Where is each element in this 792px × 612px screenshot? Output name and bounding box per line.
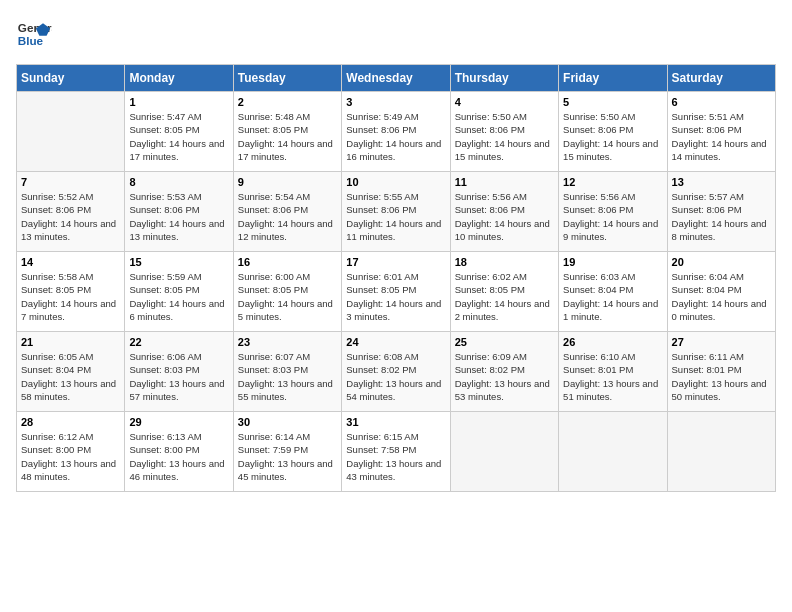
calendar-cell: 31 Sunrise: 6:15 AM Sunset: 7:58 PM Dayl… — [342, 412, 450, 492]
day-info: Sunrise: 5:58 AM Sunset: 8:05 PM Dayligh… — [21, 270, 120, 323]
day-info: Sunrise: 6:06 AM Sunset: 8:03 PM Dayligh… — [129, 350, 228, 403]
day-number: 26 — [563, 336, 662, 348]
logo-icon: General Blue — [16, 16, 52, 52]
day-info: Sunrise: 5:51 AM Sunset: 8:06 PM Dayligh… — [672, 110, 771, 163]
day-info: Sunrise: 5:48 AM Sunset: 8:05 PM Dayligh… — [238, 110, 337, 163]
calendar-cell: 2 Sunrise: 5:48 AM Sunset: 8:05 PM Dayli… — [233, 92, 341, 172]
day-info: Sunrise: 5:56 AM Sunset: 8:06 PM Dayligh… — [455, 190, 554, 243]
day-number: 22 — [129, 336, 228, 348]
calendar-cell: 21 Sunrise: 6:05 AM Sunset: 8:04 PM Dayl… — [17, 332, 125, 412]
calendar-cell: 8 Sunrise: 5:53 AM Sunset: 8:06 PM Dayli… — [125, 172, 233, 252]
calendar-cell: 10 Sunrise: 5:55 AM Sunset: 8:06 PM Dayl… — [342, 172, 450, 252]
day-number: 7 — [21, 176, 120, 188]
day-info: Sunrise: 6:03 AM Sunset: 8:04 PM Dayligh… — [563, 270, 662, 323]
day-info: Sunrise: 6:00 AM Sunset: 8:05 PM Dayligh… — [238, 270, 337, 323]
calendar-cell: 18 Sunrise: 6:02 AM Sunset: 8:05 PM Dayl… — [450, 252, 558, 332]
day-number: 19 — [563, 256, 662, 268]
day-info: Sunrise: 6:11 AM Sunset: 8:01 PM Dayligh… — [672, 350, 771, 403]
day-info: Sunrise: 5:50 AM Sunset: 8:06 PM Dayligh… — [455, 110, 554, 163]
day-header-sunday: Sunday — [17, 65, 125, 92]
day-info: Sunrise: 5:50 AM Sunset: 8:06 PM Dayligh… — [563, 110, 662, 163]
calendar-cell: 20 Sunrise: 6:04 AM Sunset: 8:04 PM Dayl… — [667, 252, 775, 332]
day-info: Sunrise: 5:54 AM Sunset: 8:06 PM Dayligh… — [238, 190, 337, 243]
day-number: 21 — [21, 336, 120, 348]
day-number: 30 — [238, 416, 337, 428]
logo: General Blue — [16, 16, 52, 52]
day-number: 3 — [346, 96, 445, 108]
day-info: Sunrise: 6:07 AM Sunset: 8:03 PM Dayligh… — [238, 350, 337, 403]
calendar-cell — [667, 412, 775, 492]
calendar-cell: 9 Sunrise: 5:54 AM Sunset: 8:06 PM Dayli… — [233, 172, 341, 252]
day-info: Sunrise: 6:10 AM Sunset: 8:01 PM Dayligh… — [563, 350, 662, 403]
day-number: 4 — [455, 96, 554, 108]
calendar-cell: 14 Sunrise: 5:58 AM Sunset: 8:05 PM Dayl… — [17, 252, 125, 332]
day-number: 28 — [21, 416, 120, 428]
calendar-week-row: 28 Sunrise: 6:12 AM Sunset: 8:00 PM Dayl… — [17, 412, 776, 492]
day-number: 31 — [346, 416, 445, 428]
calendar-cell: 15 Sunrise: 5:59 AM Sunset: 8:05 PM Dayl… — [125, 252, 233, 332]
day-number: 20 — [672, 256, 771, 268]
calendar-cell: 13 Sunrise: 5:57 AM Sunset: 8:06 PM Dayl… — [667, 172, 775, 252]
calendar-cell: 27 Sunrise: 6:11 AM Sunset: 8:01 PM Dayl… — [667, 332, 775, 412]
calendar-cell: 24 Sunrise: 6:08 AM Sunset: 8:02 PM Dayl… — [342, 332, 450, 412]
calendar-cell: 22 Sunrise: 6:06 AM Sunset: 8:03 PM Dayl… — [125, 332, 233, 412]
day-number: 29 — [129, 416, 228, 428]
calendar-week-row: 1 Sunrise: 5:47 AM Sunset: 8:05 PM Dayli… — [17, 92, 776, 172]
calendar-header-row: SundayMondayTuesdayWednesdayThursdayFrid… — [17, 65, 776, 92]
day-info: Sunrise: 5:52 AM Sunset: 8:06 PM Dayligh… — [21, 190, 120, 243]
calendar-cell: 17 Sunrise: 6:01 AM Sunset: 8:05 PM Dayl… — [342, 252, 450, 332]
day-number: 1 — [129, 96, 228, 108]
day-info: Sunrise: 6:13 AM Sunset: 8:00 PM Dayligh… — [129, 430, 228, 483]
day-header-friday: Friday — [559, 65, 667, 92]
day-header-monday: Monday — [125, 65, 233, 92]
day-info: Sunrise: 6:01 AM Sunset: 8:05 PM Dayligh… — [346, 270, 445, 323]
calendar-week-row: 21 Sunrise: 6:05 AM Sunset: 8:04 PM Dayl… — [17, 332, 776, 412]
calendar-cell: 26 Sunrise: 6:10 AM Sunset: 8:01 PM Dayl… — [559, 332, 667, 412]
calendar-cell: 23 Sunrise: 6:07 AM Sunset: 8:03 PM Dayl… — [233, 332, 341, 412]
day-info: Sunrise: 5:59 AM Sunset: 8:05 PM Dayligh… — [129, 270, 228, 323]
calendar-cell: 16 Sunrise: 6:00 AM Sunset: 8:05 PM Dayl… — [233, 252, 341, 332]
day-info: Sunrise: 6:15 AM Sunset: 7:58 PM Dayligh… — [346, 430, 445, 483]
day-number: 27 — [672, 336, 771, 348]
day-number: 25 — [455, 336, 554, 348]
day-number: 2 — [238, 96, 337, 108]
calendar-cell: 5 Sunrise: 5:50 AM Sunset: 8:06 PM Dayli… — [559, 92, 667, 172]
calendar-cell — [559, 412, 667, 492]
calendar-table: SundayMondayTuesdayWednesdayThursdayFrid… — [16, 64, 776, 492]
day-info: Sunrise: 5:49 AM Sunset: 8:06 PM Dayligh… — [346, 110, 445, 163]
day-number: 6 — [672, 96, 771, 108]
day-number: 12 — [563, 176, 662, 188]
calendar-cell: 30 Sunrise: 6:14 AM Sunset: 7:59 PM Dayl… — [233, 412, 341, 492]
day-header-saturday: Saturday — [667, 65, 775, 92]
calendar-week-row: 14 Sunrise: 5:58 AM Sunset: 8:05 PM Dayl… — [17, 252, 776, 332]
day-number: 11 — [455, 176, 554, 188]
day-info: Sunrise: 5:57 AM Sunset: 8:06 PM Dayligh… — [672, 190, 771, 243]
day-info: Sunrise: 6:05 AM Sunset: 8:04 PM Dayligh… — [21, 350, 120, 403]
day-number: 10 — [346, 176, 445, 188]
day-number: 5 — [563, 96, 662, 108]
day-info: Sunrise: 6:09 AM Sunset: 8:02 PM Dayligh… — [455, 350, 554, 403]
day-number: 9 — [238, 176, 337, 188]
day-info: Sunrise: 6:02 AM Sunset: 8:05 PM Dayligh… — [455, 270, 554, 323]
day-info: Sunrise: 5:47 AM Sunset: 8:05 PM Dayligh… — [129, 110, 228, 163]
day-info: Sunrise: 6:08 AM Sunset: 8:02 PM Dayligh… — [346, 350, 445, 403]
calendar-cell: 1 Sunrise: 5:47 AM Sunset: 8:05 PM Dayli… — [125, 92, 233, 172]
day-number: 14 — [21, 256, 120, 268]
calendar-cell: 12 Sunrise: 5:56 AM Sunset: 8:06 PM Dayl… — [559, 172, 667, 252]
calendar-cell: 11 Sunrise: 5:56 AM Sunset: 8:06 PM Dayl… — [450, 172, 558, 252]
day-info: Sunrise: 6:04 AM Sunset: 8:04 PM Dayligh… — [672, 270, 771, 323]
calendar-cell — [17, 92, 125, 172]
day-header-thursday: Thursday — [450, 65, 558, 92]
day-number: 23 — [238, 336, 337, 348]
day-header-wednesday: Wednesday — [342, 65, 450, 92]
calendar-cell: 7 Sunrise: 5:52 AM Sunset: 8:06 PM Dayli… — [17, 172, 125, 252]
calendar-cell: 19 Sunrise: 6:03 AM Sunset: 8:04 PM Dayl… — [559, 252, 667, 332]
day-info: Sunrise: 6:12 AM Sunset: 8:00 PM Dayligh… — [21, 430, 120, 483]
calendar-week-row: 7 Sunrise: 5:52 AM Sunset: 8:06 PM Dayli… — [17, 172, 776, 252]
calendar-cell: 6 Sunrise: 5:51 AM Sunset: 8:06 PM Dayli… — [667, 92, 775, 172]
calendar-cell — [450, 412, 558, 492]
day-number: 18 — [455, 256, 554, 268]
day-info: Sunrise: 5:55 AM Sunset: 8:06 PM Dayligh… — [346, 190, 445, 243]
day-number: 16 — [238, 256, 337, 268]
calendar-cell: 3 Sunrise: 5:49 AM Sunset: 8:06 PM Dayli… — [342, 92, 450, 172]
